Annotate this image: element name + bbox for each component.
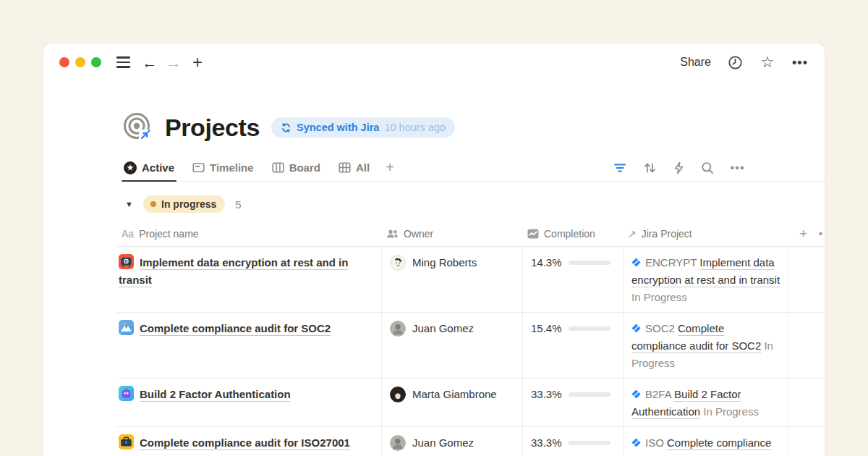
collapse-group-icon[interactable]: ▼ <box>125 200 134 208</box>
empty-cell <box>788 427 824 456</box>
arrow-up-right-icon: ↗ <box>628 228 637 240</box>
window-controls <box>59 57 101 67</box>
project-name-cell[interactable]: Build 2 Factor Authentication <box>117 379 382 427</box>
completion-value: 14.3% <box>531 254 562 271</box>
table-header-row: Aa Project name Owner Completion <box>117 221 824 247</box>
jira-sync-badge[interactable]: Synced with Jira 10 hours ago <box>271 117 455 138</box>
column-header-extra: + • <box>788 221 824 246</box>
column-header-owner[interactable]: Owner <box>382 221 523 246</box>
owner-name: Marta Giambrone <box>412 386 497 403</box>
project-name-cell[interactable]: Complete compliance audit for SOC2 <box>117 313 382 379</box>
project-name-link[interactable]: Implement data encryption at rest and in… <box>119 256 348 286</box>
favorite-star-icon[interactable]: ☆ <box>759 54 776 71</box>
sync-badge-time: 10 hours ago <box>384 122 446 133</box>
chart-icon <box>527 229 539 239</box>
completion-value: 33.3% <box>531 434 562 452</box>
column-header-completion[interactable]: Completion <box>523 221 624 246</box>
owner-cell[interactable]: Ming Roberts <box>382 247 523 313</box>
group-count: 5 <box>235 198 241 211</box>
automation-lightning-icon[interactable] <box>673 161 684 174</box>
more-options-icon[interactable]: ••• <box>791 54 809 71</box>
back-arrow-icon[interactable]: ← <box>141 54 158 71</box>
sync-badge-label: Synced with Jira <box>297 122 379 133</box>
view-controls: ••• <box>613 161 745 174</box>
empty-cell <box>788 379 824 427</box>
filter-icon[interactable] <box>613 163 626 173</box>
owner-name: Ming Roberts <box>412 254 477 271</box>
timeline-view-icon <box>192 161 205 174</box>
completion-cell[interactable]: 33.3% <box>523 379 624 427</box>
jira-project-cell[interactable]: ISO Complete compliance audit for ISO270… <box>624 427 788 456</box>
column-header-jira-project[interactable]: ↗ Jira Project <box>624 221 788 246</box>
jira-status: In Progress <box>631 291 687 303</box>
avatar <box>390 435 406 451</box>
group-header: ▼ In progress 5 <box>122 193 825 215</box>
search-icon[interactable] <box>701 161 714 174</box>
column-label: Project name <box>139 228 198 240</box>
jira-logo-icon <box>631 387 641 396</box>
jira-project-cell[interactable]: SOC2 Complete compliance audit for SOC2 … <box>624 313 788 379</box>
people-icon <box>386 229 399 239</box>
sync-icon <box>281 122 292 133</box>
share-button[interactable]: Share <box>680 56 711 69</box>
completion-cell[interactable]: 33.3% <box>523 427 624 456</box>
table-row: Complete compliance audit for ISO27001 J… <box>117 427 824 456</box>
column-label: Completion <box>544 228 595 240</box>
owner-cell[interactable]: Juan Gomez <box>382 427 523 456</box>
tab-active[interactable]: ★ Active <box>122 154 176 181</box>
jira-logo-icon <box>631 255 641 264</box>
status-dot-icon <box>150 201 156 207</box>
board-view-icon <box>272 161 284 174</box>
tab-label: All <box>356 161 370 174</box>
jira-logo-icon <box>631 435 641 444</box>
project-name-link[interactable]: Complete compliance audit for SOC2 <box>140 322 331 334</box>
jira-key: ISO <box>645 436 664 449</box>
target-synced-database-icon[interactable] <box>122 111 153 143</box>
table-row: Build 2 Factor Authentication Marta Giam… <box>117 379 824 427</box>
progress-bar <box>569 261 610 265</box>
tab-label: Timeline <box>210 161 254 174</box>
jira-key: B2FA <box>645 388 671 400</box>
table-view-icon <box>339 161 351 174</box>
progress-bar <box>569 392 610 397</box>
project-name-link[interactable]: Build 2 Factor Authentication <box>140 388 291 400</box>
clock-history-icon[interactable] <box>726 54 744 71</box>
jira-project-cell[interactable]: ENCRYPT Implement data encryption at res… <box>624 247 788 313</box>
view-tabs-bar: ★ Active Timeline Board <box>122 154 825 182</box>
sidebar-menu-icon[interactable] <box>114 54 132 71</box>
column-label: Owner <box>404 228 433 240</box>
project-name-link[interactable]: Complete compliance audit for ISO27001 <box>140 436 350 449</box>
owner-cell[interactable]: Juan Gomez <box>382 313 523 379</box>
add-column-icon[interactable]: + <box>799 226 807 242</box>
more-columns-icon[interactable]: • <box>819 228 822 240</box>
minimize-window-button[interactable] <box>75 57 85 67</box>
avatar <box>390 255 406 271</box>
table-row: Complete compliance audit for SOC2 Juan … <box>117 313 824 379</box>
group-status-pill[interactable]: In progress <box>143 195 225 213</box>
forward-arrow-icon[interactable]: → <box>165 54 182 71</box>
completion-cell[interactable]: 14.3% <box>523 247 624 313</box>
completion-value: 33.3% <box>531 386 562 403</box>
tab-timeline[interactable]: Timeline <box>190 154 256 181</box>
project-name-cell[interactable]: Complete compliance audit for ISO27001 <box>117 427 382 456</box>
column-header-project-name[interactable]: Aa Project name <box>117 221 382 246</box>
column-label: Jira Project <box>642 228 692 240</box>
safe-icon <box>119 254 134 269</box>
sort-icon[interactable] <box>643 161 657 174</box>
zoom-window-button[interactable] <box>91 57 101 67</box>
project-name-cell[interactable]: Implement data encryption at rest and in… <box>117 247 382 313</box>
page-title: Projects <box>165 114 260 142</box>
owner-cell[interactable]: Marta Giambrone <box>382 379 523 427</box>
new-tab-icon[interactable]: + <box>189 54 206 71</box>
completion-value: 15.4% <box>531 320 562 337</box>
toolbar-right: Share ☆ ••• <box>680 54 809 71</box>
view-more-options-icon[interactable]: ••• <box>731 161 745 174</box>
tab-all[interactable]: All <box>336 154 372 181</box>
close-window-button[interactable] <box>59 57 69 67</box>
tab-board[interactable]: Board <box>270 154 323 181</box>
mountain-icon <box>119 320 134 335</box>
jira-project-cell[interactable]: B2FA Build 2 Factor Authentication In Pr… <box>624 379 788 427</box>
completion-cell[interactable]: 15.4% <box>523 313 624 379</box>
add-view-icon[interactable]: + <box>386 159 394 176</box>
window-toolbar: ← → + Share ☆ ••• <box>43 43 825 81</box>
